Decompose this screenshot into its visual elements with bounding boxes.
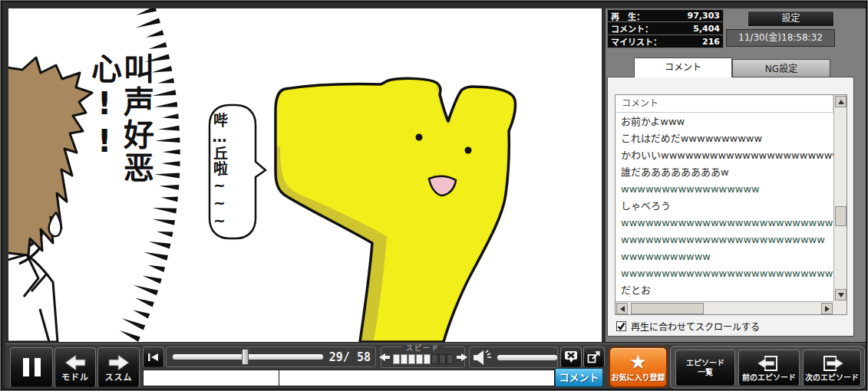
comment-row[interactable]: だとお	[616, 282, 833, 299]
horizontal-scrollbar[interactable]	[616, 301, 833, 314]
step-back-button[interactable]: モドル	[54, 347, 96, 387]
speed-increase-button[interactable]	[456, 351, 468, 363]
prev-episode-label: 前のエピソード	[742, 374, 796, 382]
autoscroll-checkbox[interactable]	[616, 321, 626, 331]
burst-stroke	[161, 196, 178, 202]
comment-row[interactable]: wwwwwwwwwwwwwwwwwwwwwwwwww	[616, 215, 833, 232]
speed-level-display	[393, 354, 454, 364]
prev-episode-button[interactable]: 前のエピソード	[738, 350, 800, 386]
burst-stroke	[162, 113, 178, 119]
seek-thumb[interactable]	[242, 349, 249, 365]
burst-stroke	[158, 126, 180, 131]
star-icon: ★	[629, 353, 647, 371]
up-arrow-icon	[838, 100, 844, 104]
comment-input[interactable]	[279, 370, 555, 386]
speed-cell	[401, 354, 408, 364]
expand-icon	[587, 350, 601, 363]
comment-row[interactable]: しゃべろう	[616, 198, 833, 215]
comment-row[interactable]: 誰だああああああああw	[616, 164, 833, 181]
tab-ng-settings[interactable]: NG設定	[732, 59, 830, 77]
pause-icon	[23, 358, 41, 376]
stat-row: マイリスト：216	[607, 35, 724, 48]
burst-stroke	[154, 173, 180, 179]
comment-listbox: コメント お前かよwwwこれはだめだwwwwwwwwwwかわいいwwwwwwww…	[615, 94, 847, 315]
comment-row[interactable]: かわいいwwwwwwwwwwwwwwwwwwwwwwwwwwwwwwwwww	[616, 147, 833, 164]
burst-stroke	[149, 42, 167, 49]
scroll-right-button[interactable]	[821, 303, 833, 314]
command-input[interactable]	[143, 370, 279, 386]
comment-submit-button[interactable]: コメント	[555, 368, 603, 387]
burst-stroke	[120, 330, 140, 342]
speed-cell	[408, 354, 415, 364]
manga-caption: 叫声好恶心!!	[88, 53, 153, 283]
step-forward-button[interactable]: ススム	[97, 347, 140, 387]
check-icon	[617, 322, 625, 330]
comment-row[interactable]: お前かよwww	[616, 113, 833, 130]
speed-cell	[393, 354, 400, 364]
speed-right-arrow-icon	[456, 353, 468, 362]
burst-stroke	[146, 30, 163, 38]
stats-box: 再 生：97,303コメント：5,404マイリスト：216	[607, 9, 724, 48]
comment-row[interactable]: wwwwwwwwwww	[616, 248, 833, 265]
burst-stroke	[152, 66, 173, 72]
speed-cell	[431, 354, 438, 364]
vertical-scroll-thumb[interactable]	[835, 206, 847, 226]
stat-label: 再 生：	[611, 10, 645, 22]
skip-to-start-icon	[147, 353, 160, 362]
next-episode-label: 次のエピソード	[805, 374, 859, 382]
fullscreen-button[interactable]	[583, 347, 605, 367]
comment-row[interactable]: これはだめだwwwwwwwwww	[616, 130, 833, 147]
tab-comment[interactable]: コメント	[634, 58, 732, 77]
burst-stroke	[121, 318, 145, 330]
page-counter: 29/ 58	[329, 350, 371, 364]
volume-slider[interactable]	[497, 355, 557, 360]
speed-decrease-button[interactable]	[378, 351, 391, 363]
speed-cell	[424, 354, 431, 364]
speed-cell	[447, 354, 454, 364]
comment-off-icon	[564, 350, 578, 363]
autoscroll-label: 再生に合わせてスクロールする	[631, 320, 760, 333]
favorite-button[interactable]: ★ お気に入り登録	[609, 347, 668, 388]
stat-value: 5,404	[693, 24, 720, 34]
seek-bar: 29/ 58	[166, 347, 376, 367]
next-episode-button[interactable]: 次のエピソード	[803, 350, 861, 386]
scroll-left-button[interactable]	[616, 303, 628, 314]
back-button-label: モドル	[61, 373, 89, 382]
burst-stroke	[157, 232, 173, 237]
stat-value: 97,303	[688, 11, 720, 21]
stat-value: 216	[702, 37, 720, 47]
toggle-comments-button[interactable]	[560, 347, 582, 367]
speed-control: スピード	[381, 347, 465, 368]
stat-label: マイリスト：	[611, 35, 662, 48]
burst-stroke	[152, 208, 177, 214]
stat-row: 再 生：97,303	[607, 9, 724, 22]
comment-row[interactable]: wwwwwwwwwwwwwwwwwwwwwwwwwwwwww	[616, 265, 833, 282]
forward-arrow-icon	[107, 353, 131, 372]
next-episode-icon	[819, 354, 845, 373]
giraffe-eye-left	[416, 134, 423, 141]
seek-track[interactable]	[173, 354, 323, 360]
settings-button[interactable]: 設定	[748, 11, 834, 27]
scroll-up-button[interactable]	[835, 96, 847, 107]
restart-button[interactable]	[143, 347, 164, 367]
pause-button[interactable]	[10, 347, 53, 387]
vertical-scrollbar[interactable]	[833, 95, 847, 301]
burst-stroke	[163, 150, 180, 155]
burst-stroke	[161, 161, 180, 166]
down-arrow-icon	[838, 293, 844, 297]
volume-icon	[473, 349, 493, 366]
episode-list-button[interactable]: エピソード 一覧	[675, 350, 735, 386]
horizontal-scroll-thumb[interactable]	[631, 303, 704, 314]
scroll-down-button[interactable]	[835, 289, 847, 301]
forward-button-label: ススム	[105, 373, 133, 382]
left-arrow-icon	[620, 306, 625, 312]
autoscroll-option[interactable]: 再生に合わせてスクロールする	[616, 320, 760, 333]
favorite-button-label: お気に入り登録	[612, 371, 665, 383]
comment-row[interactable]: wwwwwwwwwwwwwwwww	[616, 181, 833, 198]
burst-stroke	[159, 185, 179, 190]
comment-list-header: コメント	[616, 95, 833, 113]
burst-stroke	[155, 137, 180, 143]
player-window: 叫声好恶心!! 哔…丘啦~~~ 再 生：97,303コメント：5,404マイリス…	[0, 0, 868, 391]
comment-row[interactable]: wwwwwwwwwwwwwwwwwwwwwwwww	[616, 232, 833, 248]
burst-stroke	[136, 8, 157, 15]
